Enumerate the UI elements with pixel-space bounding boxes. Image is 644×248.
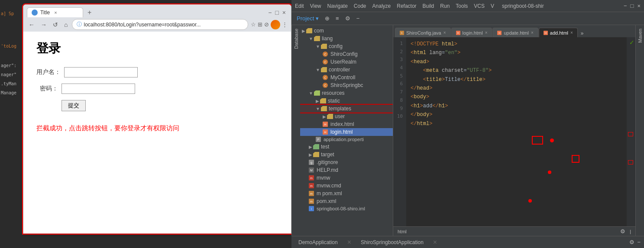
code-editor-content[interactable]: <!DOCTYPE html> <html lang="en"> <head> … [406, 37, 627, 226]
line-num-4: 4 [395, 64, 403, 72]
editor-tab-shiroconfig[interactable]: C ShiroConfig.java × [395, 28, 451, 37]
sync-toolbar-btn[interactable]: ≡ [334, 14, 341, 23]
sync-btn[interactable]: ⊘ [264, 21, 269, 28]
extensions-btn[interactable]: ⊞ [258, 21, 262, 28]
tree-item-resources[interactable]: ▼ resources [300, 89, 393, 97]
new-tab-btn[interactable]: + [85, 9, 94, 16]
ide-menu-run[interactable]: Run [440, 3, 450, 9]
add-toolbar-btn[interactable]: ⊕ [323, 14, 331, 23]
tree-label-mvnw: mvnw [317, 175, 330, 181]
tree-item-shirospringbc[interactable]: C ShiroSpringbc [300, 81, 393, 89]
tree-item-templates[interactable]: ▼ templates [300, 105, 393, 113]
status-settings-btn[interactable]: ⚙ [620, 228, 625, 235]
bottom-tab-shiro[interactable]: ShiroSpringbootApplication [357, 238, 427, 247]
password-label: 密码： [36, 85, 58, 93]
database-panel[interactable]: Database [291, 25, 300, 236]
file-icon-m-pom-xml: m [309, 191, 314, 196]
tree-item-static[interactable]: ▶ static [300, 97, 393, 105]
ide-menu-edit[interactable]: Edit [295, 3, 304, 9]
bookmark-btn[interactable]: ☆ [251, 21, 256, 28]
file-icon-gitignore: g [309, 160, 314, 165]
project-toolbar-btn[interactable]: Project ▾ [295, 14, 320, 23]
bottom-close-btn[interactable]: − [637, 239, 641, 245]
address-bar-actions: ☆ ⊞ ⊘ ⋮ [251, 20, 288, 29]
settings-toolbar-btn[interactable]: ⚙ [343, 14, 352, 23]
tab-close-shiroconfig[interactable]: × [443, 30, 446, 35]
database-label[interactable]: Database [294, 29, 299, 49]
browser-back-btn[interactable]: ← [27, 20, 36, 29]
browser-close-btn[interactable]: × [282, 9, 286, 16]
bottom-tab-demo[interactable]: DemoApplication [295, 238, 341, 247]
browser-home-btn[interactable]: ⌂ [62, 20, 69, 29]
bottom-settings-btn[interactable]: ⚙ [629, 239, 634, 245]
tree-item-config[interactable]: ▼ config [300, 42, 393, 50]
ide-menu-code[interactable]: Code [354, 3, 366, 9]
editor-tab-update-html[interactable]: H update.html × [492, 28, 538, 37]
ide-maximize-btn[interactable]: □ [631, 3, 634, 9]
tree-item-mvnw[interactable]: m mvnw [300, 174, 393, 182]
maven-label[interactable]: Maven [638, 29, 643, 43]
tab-close-update[interactable]: × [531, 30, 534, 35]
tab-close-btn[interactable]: × [54, 10, 57, 15]
file-icon-mycontroller: C [323, 75, 328, 80]
ide-menu-analyze[interactable]: Analyze [372, 3, 391, 9]
ide-menu-tools[interactable]: Tools [456, 3, 468, 9]
address-text: localhost:8080/toLogin?username=root&pas… [84, 22, 201, 28]
tree-item-login-html[interactable]: H login.html [300, 128, 393, 136]
line-num-7: 7 [395, 88, 403, 97]
browser-reload-btn[interactable]: ↺ [51, 20, 60, 29]
address-box[interactable]: ⓘ localhost:8080/toLogin?username=root&p… [72, 19, 248, 30]
tree-item-controller[interactable]: ▼ controller [300, 66, 393, 74]
submit-btn[interactable]: 提交 [61, 100, 86, 111]
tree-item-liang[interactable]: ▼ liang [300, 35, 393, 42]
editor-tab-add-html[interactable]: H add.html × [539, 28, 578, 37]
maven-panel[interactable]: Maven [635, 25, 644, 236]
tree-item-user[interactable]: ▶ user [300, 113, 393, 120]
hide-toolbar-btn[interactable]: − [355, 14, 362, 23]
ide-menu-navigate[interactable]: Navigate [327, 3, 347, 9]
browser-tab[interactable]: Title × [27, 7, 83, 17]
tree-item-mvnw-cmd[interactable]: m mvnw.cmd [300, 182, 393, 190]
tree-item-mycontroller[interactable]: C MyControll [300, 74, 393, 81]
browser-minimize-btn[interactable]: − [268, 9, 272, 16]
status-sep: | [630, 229, 631, 234]
folder-icon-controller [321, 67, 327, 72]
ide-minimize-btn[interactable]: − [624, 3, 627, 9]
menu-btn[interactable]: ⋮ [282, 21, 288, 28]
tree-item-index-html[interactable]: H index.html [300, 120, 393, 128]
ide-close-btn[interactable]: × [637, 3, 641, 9]
browser-forward-btn[interactable]: → [39, 20, 49, 29]
tree-item-userrealm[interactable]: C UserRealm [300, 58, 393, 66]
ide-menu-view[interactable]: View [310, 3, 321, 9]
code-line-4: <meta charset="UTF-8"> [411, 66, 622, 75]
tree-item-gitignore[interactable]: g .gitignore [300, 158, 393, 166]
username-input[interactable] [64, 67, 138, 77]
tree-item-test[interactable]: ▶ test [300, 143, 393, 151]
editor-tab-login-html[interactable]: H login.html × [451, 28, 492, 37]
validation-checkmark: ✓ [629, 39, 634, 46]
ide-menu-vcs[interactable]: VCS [474, 3, 485, 9]
ide-menu-v[interactable]: V [491, 3, 494, 9]
browser-maximize-btn[interactable]: □ [275, 9, 278, 16]
tree-item-help-md[interactable]: M HELP.md [300, 166, 393, 174]
tree-item-pom-xml[interactable]: m pom.xml [300, 197, 393, 205]
folder-icon-liang [314, 36, 320, 41]
tree-item-iml[interactable]: i springboot-08-shiro.iml [300, 205, 393, 212]
error-marker-2 [628, 160, 633, 164]
tree-arrow-resources: ▼ [309, 91, 313, 96]
tree-item-target[interactable]: ▶ target [300, 151, 393, 158]
ide-window-controls: − □ × [624, 3, 641, 9]
tab-close-login[interactable]: × [485, 30, 488, 35]
editor-tabs-more-btn[interactable]: » [579, 29, 586, 37]
tree-item-com[interactable]: ▶ com [300, 27, 393, 35]
tree-item-m-pom-xml[interactable]: m m pom.xml [300, 190, 393, 197]
ide-menu-refactor[interactable]: Refactor [397, 3, 416, 9]
tree-item-shiroconfig[interactable]: C ShiroConfig [300, 50, 393, 58]
tab-close-add[interactable]: × [570, 30, 573, 35]
tree-item-app-props[interactable]: P application.properti [300, 136, 393, 143]
password-input[interactable] [61, 84, 135, 94]
file-icon-index-html: H [323, 122, 328, 127]
ide-menu-build[interactable]: Build [423, 3, 434, 9]
ide-menubar: Edit View Navigate Code Analyze Refactor… [291, 0, 644, 12]
folder-icon-config [321, 44, 327, 49]
